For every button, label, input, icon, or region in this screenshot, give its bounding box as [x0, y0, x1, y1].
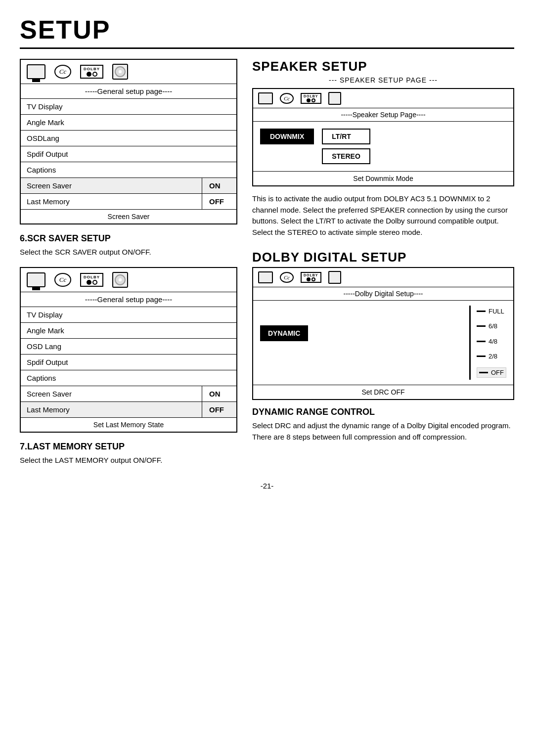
menu-item-spdif-1: Spdif Output — [21, 146, 236, 162]
speaker-right-options: LT/RT STEREO — [322, 129, 370, 164]
menu-row-screensaver-1[interactable]: Screen Saver ON — [21, 178, 236, 194]
drc-levels: FULL 6/8 4/8 2/8 — [469, 306, 506, 380]
menu-value-screensaver-1: ON — [202, 178, 236, 193]
cc-icon: Cc — [54, 65, 71, 79]
speaker-setup-subtitle: --- SPEAKER SETUP PAGE --- — [252, 76, 514, 84]
dynamic-range-heading: DYNAMIC RANGE CONTROL — [252, 407, 514, 417]
menu-box-1: Cc DOLBY -----General setup page---- TV … — [20, 59, 237, 224]
section-6-body: Select the SCR SAVER output ON/OFF. — [20, 247, 237, 258]
speaker-setup-section: SPEAKER SETUP --- SPEAKER SETUP PAGE ---… — [252, 59, 514, 238]
section-6-heading: 6.SCR SAVER SETUP — [20, 233, 237, 244]
menu-item-screensaver-1: Screen Saver — [21, 178, 202, 193]
menu-item-osdlang-1: OSDLang — [21, 131, 236, 146]
drc-tick-full — [477, 311, 486, 312]
dolby-icon: DOLBY — [80, 65, 103, 79]
tv-icon — [27, 64, 45, 79]
small-dolby-icon-2: DOLBY — [301, 272, 321, 283]
dolby-content: DYNAMIC FULL 6/8 4/8 — [253, 301, 513, 385]
menu-row-angle-mark-2: Angle Mark — [21, 323, 236, 339]
menu-row-spdif-1: Spdif Output — [21, 146, 236, 162]
drc-tick-6-8 — [477, 325, 486, 327]
right-column: SPEAKER SETUP --- SPEAKER SETUP PAGE ---… — [252, 59, 514, 475]
drc-label-4-8: 4/8 — [489, 338, 497, 345]
menu-item-captions-2: Captions — [21, 370, 236, 386]
menu-box-2-icons: Cc DOLBY — [21, 268, 236, 292]
menu-item-captions-1: Captions — [21, 162, 236, 178]
drc-level-4-8: 4/8 — [477, 338, 506, 345]
drc-label-off: OFF — [491, 369, 504, 376]
disc-icon — [112, 64, 128, 80]
drc-tick-4-8 — [477, 341, 486, 342]
drc-label-6-8: 6/8 — [489, 322, 497, 330]
speaker-setup-title: SPEAKER SETUP — [252, 59, 514, 74]
drc-tick-2-8 — [477, 356, 486, 357]
dolby-box-header: -----Dolby Digital Setup---- — [253, 287, 513, 301]
drc-level-off: OFF — [477, 367, 506, 378]
drc-level-full: FULL — [477, 308, 506, 315]
drc-caption: Set DRC OFF — [253, 385, 513, 399]
page-number: -21- — [20, 482, 514, 490]
stereo-button[interactable]: STEREO — [322, 148, 370, 164]
small-disc-icon-2 — [328, 271, 341, 284]
menu-box-2: Cc DOLBY -----General setup page---- TV … — [20, 267, 237, 433]
dynamic-btn-area: DYNAMIC — [260, 306, 459, 341]
menu-item-spdif-2: Spdif Output — [21, 355, 236, 370]
menu-item-lastmemory-2: Last Memory — [21, 402, 202, 417]
menu-row-spdif-2: Spdif Output — [21, 355, 236, 370]
menu-row-osdlang-1: OSDLang — [21, 131, 236, 146]
menu-row-captions-1: Captions — [21, 162, 236, 178]
drc-level-2-8: 2/8 — [477, 353, 506, 360]
small-dolby-icon: DOLBY — [301, 93, 321, 104]
small-tv-icon — [258, 92, 273, 104]
speaker-box-header: -----Speaker Setup Page---- — [253, 108, 513, 122]
ltrt-button[interactable]: LT/RT — [322, 129, 370, 144]
menu-1-caption: Screen Saver — [21, 210, 236, 223]
menu-row-screensaver-2[interactable]: Screen Saver ON — [21, 386, 236, 402]
page-title: SETUP — [20, 15, 514, 44]
section-7-body: Select the LAST MEMORY output ON/OFF. — [20, 455, 237, 466]
menu-1-header: -----General setup page---- — [21, 84, 236, 99]
small-cc-icon: Cc — [280, 93, 294, 104]
menu-value-screensaver-2: ON — [202, 386, 236, 401]
menu-item-tv-display-1: TV Display — [21, 99, 236, 114]
drc-tick-off — [479, 372, 488, 373]
menu-2-header: -----General setup page---- — [21, 292, 236, 307]
tv-icon-2 — [27, 272, 45, 287]
drc-label-full: FULL — [489, 308, 504, 315]
menu-row-lastmemory-2[interactable]: Last Memory OFF — [21, 402, 236, 418]
menu-item-lastmemory-1: Last Memory — [21, 194, 202, 209]
title-divider — [20, 47, 514, 49]
menu-item-tv-display-2: TV Display — [21, 307, 236, 322]
dolby-box-icons: Cc DOLBY — [253, 268, 513, 287]
menu-value-lastmemory-1: OFF — [202, 194, 236, 209]
speaker-description: This is to activate the audio output fro… — [252, 193, 514, 238]
menu-row-tv-display-1: TV Display — [21, 99, 236, 115]
speaker-caption: Set Downmix Mode — [253, 171, 513, 185]
disc-icon-2 — [112, 272, 128, 288]
speaker-box: Cc DOLBY -----Speaker Setup Page---- DOW… — [252, 88, 514, 186]
menu-value-lastmemory-2: OFF — [202, 402, 236, 417]
speaker-options: DOWNMIX LT/RT STEREO — [253, 122, 513, 171]
drc-level-6-8: 6/8 — [477, 322, 506, 330]
menu-box-1-icons: Cc DOLBY — [21, 60, 236, 84]
small-disc-icon — [328, 92, 341, 105]
dynamic-button[interactable]: DYNAMIC — [260, 325, 308, 341]
menu-row-tv-display-2: TV Display — [21, 307, 236, 323]
section-7-heading: 7.LAST MEMORY SETUP — [20, 442, 237, 452]
drc-label-2-8: 2/8 — [489, 353, 497, 360]
dolby-box: Cc DOLBY -----Dolby Digital Setup---- DY… — [252, 267, 514, 400]
dynamic-range-body: Select DRC and adjust the dynamic range … — [252, 420, 514, 443]
downmix-button[interactable]: DOWNMIX — [260, 129, 314, 144]
menu-item-angle-mark-2: Angle Mark — [21, 323, 236, 338]
dolby-setup-title: DOLBY DIGITAL SETUP — [252, 250, 514, 265]
speaker-box-icons: Cc DOLBY — [253, 89, 513, 108]
menu-item-angle-mark-1: Angle Mark — [21, 115, 236, 130]
menu-row-lastmemory-1[interactable]: Last Memory OFF — [21, 194, 236, 210]
menu-row-angle-mark-1: Angle Mark — [21, 115, 236, 131]
main-layout: Cc DOLBY -----General setup page---- TV … — [20, 59, 514, 475]
cc-icon-2: Cc — [54, 273, 71, 287]
menu-row-captions-2: Captions — [21, 370, 236, 386]
left-column: Cc DOLBY -----General setup page---- TV … — [20, 59, 237, 475]
dolby-icon-2: DOLBY — [80, 273, 103, 287]
small-cc-icon-2: Cc — [280, 272, 294, 283]
